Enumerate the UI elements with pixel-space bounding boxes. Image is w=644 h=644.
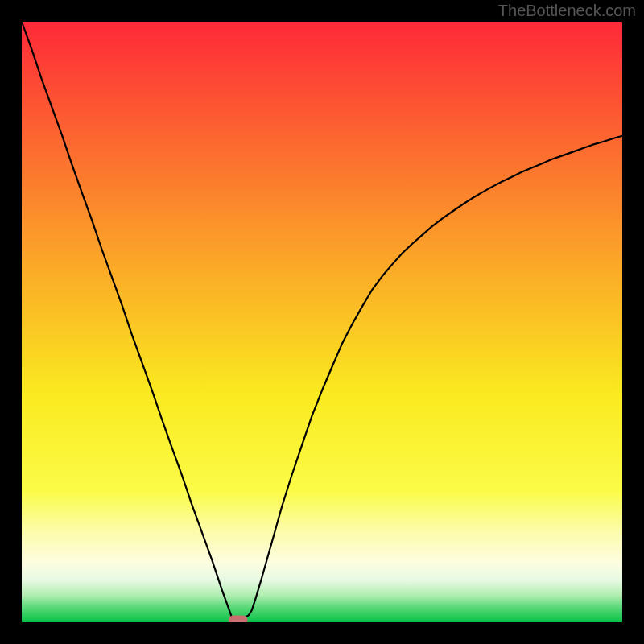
watermark-text: TheBottleneck.com — [498, 2, 636, 20]
bottleneck-chart — [0, 0, 644, 644]
plot-background — [22, 22, 622, 622]
chart-container: TheBottleneck.com — [0, 0, 644, 644]
